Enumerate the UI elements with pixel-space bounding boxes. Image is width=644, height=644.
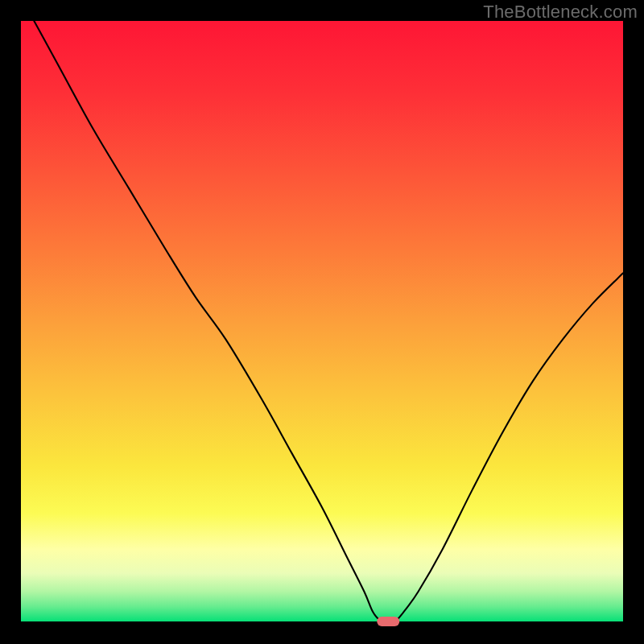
bottleneck-chart: [0, 0, 644, 644]
optimal-marker: [377, 617, 399, 626]
gradient-background: [21, 21, 623, 621]
chart-frame: TheBottleneck.com: [0, 0, 644, 644]
watermark-text: TheBottleneck.com: [483, 2, 638, 23]
